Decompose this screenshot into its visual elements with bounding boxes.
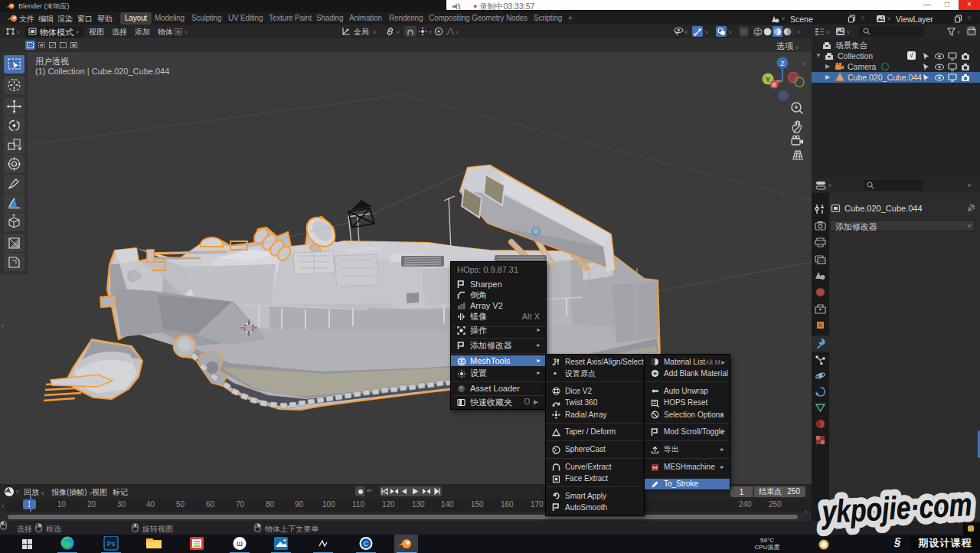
svg-text:C: C bbox=[364, 540, 369, 548]
svg-text:Ps: Ps bbox=[107, 540, 116, 548]
svg-text:ш: ш bbox=[237, 539, 243, 548]
svg-text:Y: Y bbox=[766, 76, 770, 83]
svg-text:ykpojie·com: ykpojie·com bbox=[820, 486, 973, 530]
svg-text:Z: Z bbox=[780, 60, 785, 67]
svg-text:X: X bbox=[772, 81, 776, 88]
